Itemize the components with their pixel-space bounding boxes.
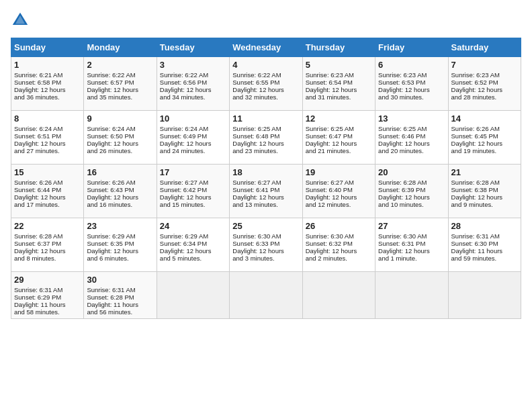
day-info: Daylight: 12 hours	[232, 247, 299, 255]
day-info: Sunset: 6:30 PM	[451, 240, 518, 247]
day-info: Sunrise: 6:28 AM	[378, 179, 445, 186]
day-number: 10	[160, 113, 226, 124]
day-number: 17	[160, 167, 226, 177]
calendar-cell: 12Sunrise: 6:25 AMSunset: 6:47 PMDayligh…	[302, 111, 375, 165]
day-info: Sunset: 6:48 PM	[232, 132, 299, 140]
calendar-cell: 15Sunrise: 6:26 AMSunset: 6:44 PMDayligh…	[11, 165, 84, 218]
day-number: 25	[232, 221, 299, 231]
day-info: and 6 minutes.	[87, 255, 153, 262]
calendar-table: SundayMondayTuesdayWednesdayThursdayFrid…	[11, 38, 521, 319]
day-info: Sunset: 6:47 PM	[306, 132, 372, 140]
calendar-cell: 13Sunrise: 6:25 AMSunset: 6:46 PMDayligh…	[375, 111, 448, 165]
day-info: Sunrise: 6:22 AM	[160, 71, 226, 79]
day-info: Sunrise: 6:26 AM	[14, 179, 81, 186]
day-info: and 34 minutes.	[160, 93, 226, 101]
calendar-cell	[302, 272, 375, 319]
day-number: 11	[232, 113, 299, 124]
day-info: Sunrise: 6:22 AM	[232, 71, 299, 79]
day-number: 14	[451, 113, 518, 124]
day-info: Sunset: 6:53 PM	[378, 79, 445, 86]
day-info: Sunrise: 6:25 AM	[232, 125, 299, 132]
calendar-cell: 11Sunrise: 6:25 AMSunset: 6:48 PMDayligh…	[230, 111, 302, 165]
day-info: Daylight: 11 hours	[87, 301, 153, 308]
day-info: Sunrise: 6:27 AM	[232, 179, 299, 186]
calendar-cell: 25Sunrise: 6:30 AMSunset: 6:33 PMDayligh…	[230, 218, 302, 272]
day-info: Sunrise: 6:31 AM	[87, 286, 153, 293]
day-number: 13	[378, 113, 445, 124]
day-info: and 35 minutes.	[87, 93, 153, 101]
day-info: and 12 minutes.	[306, 201, 372, 208]
header-friday: Friday	[375, 38, 448, 57]
day-info: Sunrise: 6:23 AM	[378, 71, 445, 79]
day-number: 24	[160, 221, 226, 231]
day-info: Sunrise: 6:26 AM	[87, 179, 153, 186]
calendar-week-5: 29Sunrise: 6:31 AMSunset: 6:29 PMDayligh…	[11, 272, 521, 319]
calendar-cell: 3Sunrise: 6:22 AMSunset: 6:56 PMDaylight…	[157, 57, 229, 111]
calendar-cell	[230, 272, 302, 319]
day-info: Sunrise: 6:26 AM	[451, 125, 518, 132]
day-info: Sunset: 6:31 PM	[378, 240, 445, 247]
day-info: Sunrise: 6:23 AM	[306, 71, 372, 79]
day-number: 18	[232, 167, 299, 177]
day-info: Daylight: 12 hours	[14, 140, 81, 147]
day-info: Sunset: 6:50 PM	[87, 132, 153, 140]
calendar-cell: 8Sunrise: 6:24 AMSunset: 6:51 PMDaylight…	[11, 111, 84, 165]
calendar-week-3: 15Sunrise: 6:26 AMSunset: 6:44 PMDayligh…	[11, 165, 521, 218]
day-number: 26	[306, 221, 372, 231]
day-info: and 9 minutes.	[451, 201, 518, 208]
header-tuesday: Tuesday	[157, 38, 229, 57]
day-number: 2	[87, 60, 153, 70]
header-thursday: Thursday	[302, 38, 375, 57]
calendar-cell: 18Sunrise: 6:27 AMSunset: 6:41 PMDayligh…	[230, 165, 302, 218]
header-wednesday: Wednesday	[230, 38, 302, 57]
day-info: Sunset: 6:37 PM	[14, 240, 81, 247]
day-info: Daylight: 12 hours	[87, 247, 153, 255]
day-number: 22	[14, 221, 81, 231]
day-info: Sunset: 6:34 PM	[160, 240, 226, 247]
day-info: and 58 minutes.	[14, 308, 81, 316]
day-info: Sunset: 6:56 PM	[160, 79, 226, 86]
day-info: and 13 minutes.	[232, 201, 299, 208]
page-header	[11, 11, 521, 30]
calendar-cell: 26Sunrise: 6:30 AMSunset: 6:32 PMDayligh…	[302, 218, 375, 272]
day-info: and 21 minutes.	[306, 147, 372, 154]
calendar-cell: 24Sunrise: 6:29 AMSunset: 6:34 PMDayligh…	[157, 218, 229, 272]
day-info: Daylight: 12 hours	[87, 193, 153, 201]
day-info: Daylight: 12 hours	[378, 193, 445, 201]
day-info: and 59 minutes.	[451, 255, 518, 262]
day-info: Daylight: 12 hours	[306, 140, 372, 147]
calendar-cell: 17Sunrise: 6:27 AMSunset: 6:42 PMDayligh…	[157, 165, 229, 218]
day-info: Sunrise: 6:29 AM	[87, 232, 153, 240]
day-info: Daylight: 12 hours	[232, 86, 299, 93]
day-info: Daylight: 12 hours	[160, 247, 226, 255]
header-monday: Monday	[84, 38, 157, 57]
day-info: and 17 minutes.	[14, 201, 81, 208]
day-info: Sunset: 6:52 PM	[451, 79, 518, 86]
day-info: Sunrise: 6:27 AM	[306, 179, 372, 186]
day-info: Daylight: 11 hours	[14, 301, 81, 308]
calendar-cell: 5Sunrise: 6:23 AMSunset: 6:54 PMDaylight…	[302, 57, 375, 111]
day-info: Daylight: 12 hours	[14, 193, 81, 201]
day-info: Daylight: 12 hours	[378, 140, 445, 147]
day-info: Sunset: 6:54 PM	[306, 79, 372, 86]
day-info: Sunset: 6:57 PM	[87, 79, 153, 86]
day-info: Daylight: 12 hours	[306, 193, 372, 201]
day-info: Sunrise: 6:31 AM	[14, 286, 81, 293]
day-info: Sunrise: 6:27 AM	[160, 179, 226, 186]
day-info: Sunset: 6:43 PM	[87, 186, 153, 193]
calendar-week-1: 1Sunrise: 6:21 AMSunset: 6:58 PMDaylight…	[11, 57, 521, 111]
day-number: 29	[14, 275, 81, 285]
day-info: Sunset: 6:42 PM	[160, 186, 226, 193]
day-info: and 27 minutes.	[14, 147, 81, 154]
day-info: Daylight: 12 hours	[451, 140, 518, 147]
day-info: and 28 minutes.	[451, 93, 518, 101]
calendar-cell: 27Sunrise: 6:30 AMSunset: 6:31 PMDayligh…	[375, 218, 448, 272]
calendar-cell: 6Sunrise: 6:23 AMSunset: 6:53 PMDaylight…	[375, 57, 448, 111]
day-info: and 15 minutes.	[160, 201, 226, 208]
day-number: 23	[87, 221, 153, 231]
day-info: Daylight: 12 hours	[306, 247, 372, 255]
day-info: and 24 minutes.	[160, 147, 226, 154]
day-info: Daylight: 12 hours	[451, 193, 518, 201]
calendar-cell: 28Sunrise: 6:31 AMSunset: 6:30 PMDayligh…	[448, 218, 521, 272]
calendar-week-2: 8Sunrise: 6:24 AMSunset: 6:51 PMDaylight…	[11, 111, 521, 165]
